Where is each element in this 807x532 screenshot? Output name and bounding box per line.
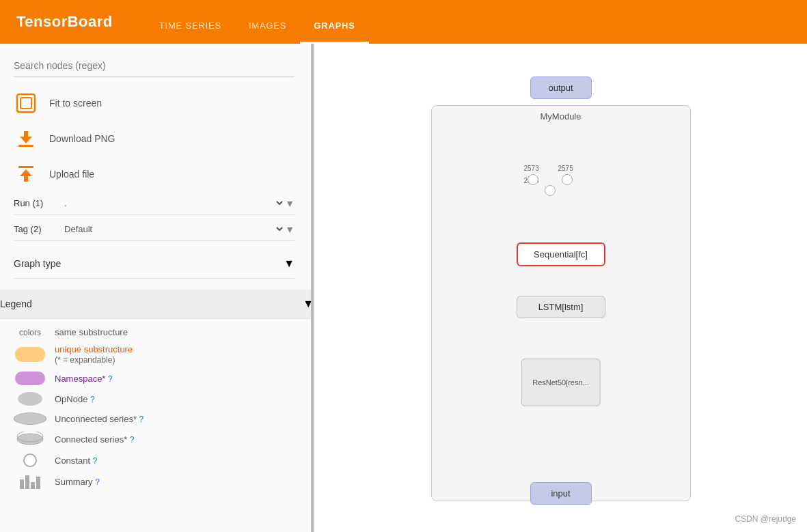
legend-constant-shape <box>14 453 46 467</box>
search-input[interactable] <box>14 55 295 77</box>
run-dropdown-arrow: ▼ <box>285 198 295 209</box>
legend-unconnected-item: Unconnected series* ? <box>14 412 300 425</box>
sequential-node-label: Sequential[fc] <box>534 249 588 260</box>
fit-screen-icon <box>14 91 38 115</box>
download-png-button[interactable]: Download PNG <box>14 126 295 151</box>
svg-rect-3 <box>24 131 28 138</box>
input-node[interactable]: input <box>530 482 592 505</box>
legend-connected-link[interactable]: ? <box>130 435 135 445</box>
download-png-label: Download PNG <box>49 133 115 144</box>
upload-icon <box>14 162 38 186</box>
legend-unconnected-text: Unconnected series* ? <box>55 414 143 424</box>
output-node-label: output <box>548 83 573 93</box>
lstm-node-label: LSTM[lstm] <box>538 302 584 312</box>
legend-opnode-text: OpNode ? <box>55 394 95 404</box>
footer-credit: CSDN @rejudge <box>735 514 796 524</box>
legend-unique-shape <box>14 347 46 362</box>
nav-images[interactable]: IMAGES <box>235 0 300 44</box>
upload-file-button[interactable]: Upload file <box>14 162 295 186</box>
svg-rect-0 <box>17 94 35 112</box>
sidebar-inner: Fit to screen Download PNG <box>0 44 314 290</box>
tag-dropdown-arrow: ▼ <box>285 224 295 235</box>
nav-time-series[interactable]: TIME SERIES <box>146 0 235 44</box>
legend-summary-link[interactable]: ? <box>95 477 100 487</box>
legend-connected-shape <box>14 432 46 447</box>
input-node-label: input <box>551 488 570 499</box>
legend-colors-label-space: colors <box>14 328 46 337</box>
legend-opnode-item: OpNode ? <box>14 392 300 406</box>
legend-connected-text: Connected series* ? <box>55 434 135 445</box>
app-logo: TensorBoard <box>16 13 113 31</box>
legend-namespace-item: Namespace* ? <box>14 372 300 385</box>
mini-node-2574[interactable] <box>545 185 556 196</box>
graph-type-section[interactable]: Graph type ▼ <box>14 249 295 279</box>
legend-unconnected-link[interactable]: ? <box>139 415 144 424</box>
legend-colors-label: colors <box>19 328 41 337</box>
graph-type-chevron-icon: ▼ <box>284 257 295 270</box>
legend-constant-item: Constant ? <box>14 453 300 467</box>
legend-summary-item: Summary ? <box>14 474 300 489</box>
graph-area[interactable]: output MyModule 2573 2575 2574 Sequentia… <box>314 44 807 532</box>
legend-same-substructure-text: same substructure <box>55 327 128 337</box>
mini-label-2575: 2575 <box>558 165 573 172</box>
legend-body: colors same substructure unique substruc… <box>0 319 314 504</box>
mini-node-2573[interactable] <box>528 174 538 185</box>
legend-title: Legend <box>0 298 32 309</box>
main-layout: Fit to screen Download PNG <box>0 44 807 532</box>
legend-namespace-link[interactable]: ? <box>108 374 113 384</box>
legend-namespace-text: Namespace* ? <box>55 374 113 384</box>
svg-rect-7 <box>18 166 33 168</box>
sidebar-divider[interactable] <box>311 44 314 532</box>
legend-summary-shape <box>14 474 46 489</box>
legend-constant-text: Constant ? <box>55 456 97 466</box>
svg-rect-1 <box>20 98 31 109</box>
resnet-node-label: ResNet50[resn... <box>532 378 589 387</box>
legend-colors-header-item: colors same substructure <box>14 327 300 337</box>
graph-type-label: Graph type <box>14 258 61 269</box>
legend-unconnected-shape <box>14 412 46 425</box>
graph-canvas: output MyModule 2573 2575 2574 Sequentia… <box>314 44 807 532</box>
module-container[interactable]: MyModule 2573 2575 2574 Sequential[fc] L… <box>431 105 691 501</box>
module-label: MyModule <box>541 111 582 122</box>
fit-screen-button[interactable]: Fit to screen <box>14 91 295 115</box>
lstm-node[interactable]: LSTM[lstm] <box>517 296 605 318</box>
sequential-node[interactable]: Sequential[fc] <box>517 242 605 266</box>
upload-file-label: Upload file <box>49 169 94 180</box>
mini-label-2573: 2573 <box>524 165 539 172</box>
legend-connected-item: Connected series* ? <box>14 432 300 447</box>
legend-namespace-shape <box>14 372 46 385</box>
output-node[interactable]: output <box>530 76 592 99</box>
resnet-node[interactable]: ResNet50[resn... <box>521 359 601 406</box>
sidebar: Fit to screen Download PNG <box>0 44 314 532</box>
legend-section: Legend ▼ colors same substructure unique… <box>0 290 314 504</box>
mini-node-2575[interactable] <box>562 174 573 185</box>
legend-unique-item: unique substructure(* = expandable) <box>14 344 300 365</box>
legend-summary-text: Summary ? <box>55 477 100 487</box>
run-select[interactable]: . <box>61 197 285 209</box>
legend-opnode-shape <box>14 392 46 406</box>
legend-header[interactable]: Legend ▼ <box>0 290 314 319</box>
run-label: Run (1) <box>14 198 61 208</box>
tag-dropdown-row: Tag (2) Default ▼ <box>14 223 295 241</box>
app-header: TensorBoard TIME SERIES IMAGES GRAPHS <box>0 0 807 44</box>
legend-constant-link[interactable]: ? <box>93 456 98 466</box>
svg-rect-6 <box>24 175 28 182</box>
nav-graphs[interactable]: GRAPHS <box>300 0 368 44</box>
main-nav: TIME SERIES IMAGES GRAPHS <box>146 0 369 44</box>
tag-label: Tag (2) <box>14 224 61 234</box>
svg-rect-4 <box>18 145 33 147</box>
fit-screen-label: Fit to screen <box>49 98 102 109</box>
legend-opnode-link[interactable]: ? <box>90 395 95 404</box>
tag-select[interactable]: Default <box>61 223 285 235</box>
download-icon <box>14 126 38 151</box>
legend-unique-text: unique substructure(* = expandable) <box>55 344 133 365</box>
svg-point-8 <box>17 434 43 445</box>
run-dropdown-row: Run (1) . ▼ <box>14 197 295 215</box>
